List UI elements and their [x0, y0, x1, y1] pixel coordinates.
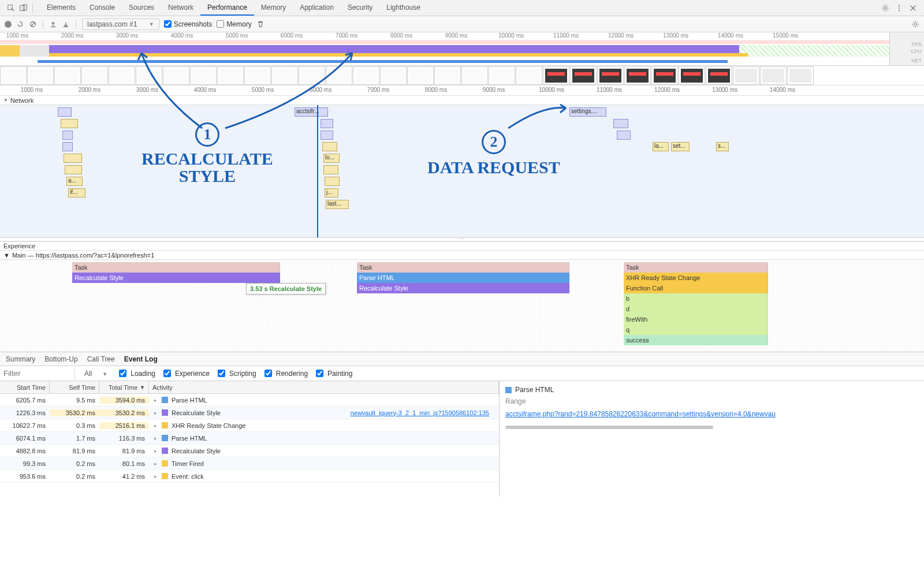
detail-link[interactable]: acctsiframe.php?rand=219.84785826220633&…	[505, 410, 776, 418]
net-item[interactable]	[613, 119, 628, 128]
filmstrip-frame[interactable]	[109, 66, 135, 85]
table-row[interactable]: 6074.1 ms1.7 ms116.3 ms▸Parse HTML	[0, 432, 499, 445]
flame-chart[interactable]: Task Recalculate Style Task Parse HTML R…	[0, 260, 924, 352]
flame-xhr[interactable]: XHR Ready State Change	[624, 273, 768, 283]
net-item[interactable]: a...	[66, 177, 83, 186]
net-item[interactable]	[323, 165, 338, 174]
filmstrip-frame[interactable]	[489, 66, 515, 85]
net-item[interactable]	[617, 131, 631, 140]
filmstrip-frame[interactable]	[190, 66, 217, 85]
painting-checkbox[interactable]: Painting	[314, 368, 352, 379]
filmstrip-frame[interactable]	[244, 66, 271, 85]
record-icon[interactable]	[5, 21, 12, 28]
filmstrip-frame[interactable]	[81, 66, 108, 85]
filmstrip-frame[interactable]	[353, 66, 379, 85]
trash-icon[interactable]	[256, 20, 264, 28]
filmstrip-frame[interactable]	[299, 66, 325, 85]
table-row[interactable]: 953.6 ms0.2 ms41.2 ms▸Event: click	[0, 470, 499, 483]
col-activity[interactable]: Activity	[149, 381, 499, 393]
flame-js[interactable]: q	[624, 325, 768, 335]
net-item[interactable]	[321, 119, 333, 128]
tab-event-log[interactable]: Event Log	[124, 355, 158, 363]
device-toggle-icon[interactable]	[20, 4, 28, 12]
table-row[interactable]: 1226.3 ms3530.2 ms3530.2 ms▸Recalculate …	[0, 407, 499, 419]
filmstrip-frame[interactable]	[54, 66, 81, 85]
tab-call-tree[interactable]: Call Tree	[87, 355, 115, 363]
net-item[interactable]	[64, 154, 82, 163]
flame-task[interactable]: Task	[624, 262, 768, 273]
filmstrip-frame[interactable]	[136, 66, 162, 85]
net-item[interactable]: j...	[325, 188, 338, 197]
col-total[interactable]: Total Time▼	[99, 381, 149, 393]
tab-console[interactable]: Console	[83, 0, 122, 16]
filmstrip-frame[interactable]	[516, 66, 542, 85]
filmstrip-frame[interactable]	[679, 66, 705, 85]
flame-js[interactable]: b	[624, 293, 768, 304]
main-section-header[interactable]: ▼Main — https://lastpass.com/?ac=1&lpnor…	[0, 251, 924, 260]
screenshots-checkbox[interactable]: Screenshots	[164, 20, 213, 28]
net-item[interactable]	[62, 142, 73, 151]
tab-sources[interactable]: Sources	[122, 0, 161, 16]
scripting-checkbox[interactable]: Scripting	[215, 368, 256, 379]
overview-strip[interactable]: 1000 ms2000 ms3000 ms4000 ms5000 ms6000 …	[0, 32, 924, 66]
net-item[interactable]: last...	[326, 200, 349, 209]
download-icon[interactable]	[62, 20, 70, 28]
filmstrip-frame[interactable]	[27, 66, 54, 85]
filmstrip-frame[interactable]	[570, 66, 597, 85]
net-item[interactable]: if...	[68, 188, 85, 197]
category-filter[interactable]: All▼	[81, 370, 111, 378]
table-row[interactable]: 4882.8 ms81.9 ms81.9 ms▸Recalculate Styl…	[0, 445, 499, 457]
filmstrip[interactable]	[0, 66, 924, 85]
table-row[interactable]: 99.3 ms0.2 ms80.1 ms▸Timer Fired	[0, 457, 499, 470]
flame-recalc[interactable]: Recalculate Style	[72, 273, 280, 283]
tab-performance[interactable]: Performance	[200, 0, 254, 16]
gear-icon[interactable]	[911, 20, 919, 28]
filmstrip-frame[interactable]	[543, 66, 569, 85]
flame-parse[interactable]: Parse HTML	[357, 273, 569, 283]
net-item[interactable]	[61, 119, 78, 128]
page-select[interactable]: lastpass.com #1▼	[82, 18, 159, 30]
net-item[interactable]: la...	[653, 142, 669, 151]
experience-checkbox[interactable]: Experience	[161, 368, 210, 379]
net-item[interactable]	[325, 177, 340, 186]
scrollbar-thumb[interactable]	[505, 426, 713, 429]
flame-js[interactable]: d	[624, 304, 768, 314]
filmstrip-frame[interactable]	[271, 66, 298, 85]
filmstrip-frame[interactable]	[733, 66, 759, 85]
tab-memory[interactable]: Memory	[254, 0, 293, 16]
net-item[interactable]	[65, 165, 82, 174]
rendering-checkbox[interactable]: Rendering	[262, 368, 308, 379]
filmstrip-frame[interactable]	[597, 66, 624, 85]
reload-icon[interactable]	[16, 20, 24, 28]
flame-success[interactable]: success	[624, 335, 768, 345]
loading-checkbox[interactable]: Loading	[117, 368, 155, 379]
filter-input[interactable]	[0, 367, 75, 380]
net-item[interactable]: acctsifr...	[295, 107, 328, 117]
tab-summary[interactable]: Summary	[6, 355, 35, 363]
col-self[interactable]: Self Time	[50, 381, 99, 393]
filmstrip-frame[interactable]	[624, 66, 651, 85]
net-item[interactable]	[322, 142, 337, 151]
filmstrip-frame[interactable]	[326, 66, 352, 85]
tab-application[interactable]: Application	[293, 0, 341, 16]
filmstrip-frame[interactable]	[163, 66, 189, 85]
flame-fn[interactable]: Function Call	[624, 283, 768, 293]
filmstrip-frame[interactable]	[380, 66, 407, 85]
flame-recalc[interactable]: Recalculate Style	[357, 283, 569, 293]
filmstrip-frame[interactable]	[760, 66, 787, 85]
timeline-ruler[interactable]: 1000 ms2000 ms3000 ms4000 ms5000 ms6000 …	[0, 85, 924, 96]
close-icon[interactable]	[909, 4, 917, 12]
tab-elements[interactable]: Elements	[40, 0, 83, 16]
net-item[interactable]: set...	[671, 142, 690, 151]
table-row[interactable]: 10622.7 ms0.3 ms2516.1 ms▸XHR Ready Stat…	[0, 419, 499, 432]
network-section-header[interactable]: ▼Network	[0, 96, 924, 105]
filmstrip-frame[interactable]	[0, 66, 27, 85]
tab-lighthouse[interactable]: Lighthouse	[379, 0, 427, 16]
table-row[interactable]: 6205.7 ms9.5 ms3594.0 ms▸Parse HTML	[0, 394, 499, 407]
tab-security[interactable]: Security	[341, 0, 379, 16]
net-item[interactable]: s...	[716, 142, 729, 151]
filmstrip-frame[interactable]	[706, 66, 732, 85]
filmstrip-frame[interactable]	[217, 66, 244, 85]
upload-icon[interactable]	[49, 20, 57, 28]
gear-icon[interactable]	[881, 4, 889, 12]
